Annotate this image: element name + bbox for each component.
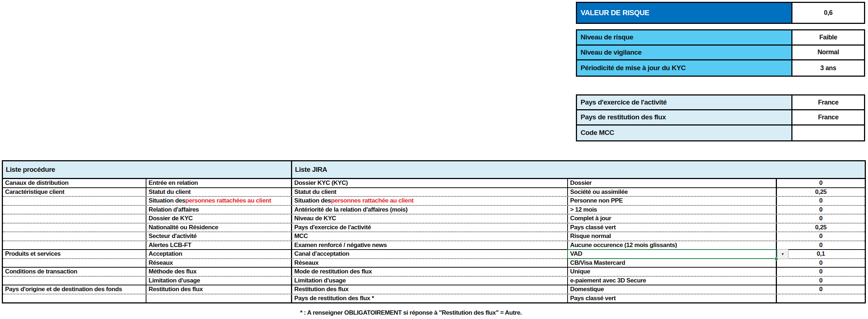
category-cell[interactable]: Pays d'origine et de destination des fon… (3, 285, 146, 294)
jira-cell[interactable]: Niveau de KYC (292, 214, 568, 223)
category-cell[interactable]: Caractéristique client (3, 188, 146, 196)
score-cell[interactable] (777, 294, 865, 303)
procedure-cell[interactable]: Alertes LCB-FT (146, 241, 292, 250)
risk-value-cell[interactable]: 0,6 (792, 3, 864, 23)
jira-cell-text: Niveau de KYC (294, 215, 336, 222)
risk-level-value-cell[interactable]: Faible (792, 30, 864, 46)
activity-country-label-cell[interactable]: Pays d'exercice de l'activité (577, 95, 792, 110)
procedure-cell[interactable]: Nationalité ou Résidence (146, 224, 292, 232)
procedure-cell[interactable]: Relation d'affaires (146, 206, 292, 214)
answer-cell[interactable]: e-paiement avec 3D Secure (568, 277, 777, 285)
footnote: * : A renseigner OBLIGATOIREMENT si répo… (300, 309, 522, 316)
jira-cell[interactable]: Dossier KYC (KYC) (292, 179, 568, 187)
answer-cell[interactable]: Unique (568, 268, 777, 276)
category-cell[interactable] (3, 214, 146, 223)
procedure-cell[interactable]: Entrée en relation (146, 179, 292, 187)
score-cell[interactable]: 0 (777, 206, 865, 214)
vigilance-level-value-cell[interactable]: Normal (792, 46, 864, 61)
category-cell[interactable] (3, 277, 146, 285)
risk-level-label-cell[interactable]: Niveau de risque (577, 30, 792, 46)
answer-cell[interactable]: CB/Visa Mastercard (568, 259, 777, 267)
kyc-periodicity-value-cell[interactable]: 3 ans (792, 60, 864, 76)
risk-value-label-cell[interactable]: VALEUR DE RISQUE (577, 3, 792, 23)
jira-cell[interactable]: Réseaux (292, 259, 568, 267)
answer-text: CB/Visa Mastercard (570, 259, 625, 267)
category-cell[interactable] (3, 197, 146, 205)
score-cell[interactable]: 0 (777, 241, 865, 250)
table-row: Relation d'affairesAntériorité de la rel… (3, 206, 865, 215)
score-cell[interactable]: 0 (777, 197, 865, 205)
selected-answer-cell[interactable]: VAD▼ (568, 250, 777, 258)
procedure-cell[interactable]: Dossier de KYC (146, 214, 292, 223)
procedure-cell[interactable] (146, 294, 292, 303)
score-cell[interactable]: 0 (777, 232, 865, 241)
answer-cell[interactable]: Aucune occurence (12 mois glissants) (568, 241, 777, 250)
score-cell[interactable]: 0,1 (777, 250, 865, 258)
procedure-cell[interactable]: Acceptation (146, 250, 292, 258)
score-cell[interactable]: 0,25 (777, 188, 865, 196)
category-cell[interactable] (3, 294, 146, 303)
jira-cell[interactable]: Limitation d'usage (292, 277, 568, 285)
answer-cell[interactable]: Société ou assimilée (568, 188, 777, 196)
red-text: personnes rattachée au client (331, 197, 414, 204)
procedure-cell[interactable]: Limitation d'usage (146, 277, 292, 285)
jira-cell[interactable]: Antériorité de la relation d'affaires (m… (292, 206, 568, 214)
dropdown-button[interactable]: ▼ (777, 249, 788, 259)
jira-cell-text: Dossier KYC (KYC) (294, 179, 348, 187)
answer-cell[interactable]: Dossier (568, 179, 777, 187)
score-cell[interactable]: 0 (777, 214, 865, 223)
category-cell[interactable] (3, 259, 146, 267)
procedure-cell[interactable]: Statut du client (146, 188, 292, 196)
mcc-code-value-cell[interactable] (792, 126, 864, 140)
jira-cell[interactable]: Situation des personnes rattachée au cli… (292, 197, 568, 205)
answer-cell[interactable]: Pays classé vert (568, 294, 777, 303)
score-cell[interactable]: 0,25 (777, 224, 865, 232)
category-cell[interactable]: Conditions de transaction (3, 268, 146, 276)
answer-cell[interactable]: Risque normal (568, 232, 777, 241)
answer-cell[interactable]: Complet à jour (568, 214, 777, 223)
answer-cell[interactable]: Domestique (568, 285, 777, 294)
procedure-cell[interactable]: Restitution des flux (146, 285, 292, 294)
answer-text: Unique (570, 268, 590, 275)
score-cell[interactable]: 0 (777, 285, 865, 294)
jira-cell[interactable]: Canal d'acceptation (292, 250, 568, 258)
restitution-country-label-cell[interactable]: Pays de restitution des flux (577, 110, 792, 125)
jira-cell-text: Antériorité de la relation d'affaires (m… (294, 206, 407, 213)
procedure-cell[interactable]: Situation des personnes rattachées au cl… (146, 197, 292, 205)
answer-cell[interactable]: > 12 mois (568, 206, 777, 214)
score-cell[interactable]: 0 (777, 259, 865, 267)
vigilance-level-label-cell[interactable]: Niveau de vigilance (577, 46, 792, 61)
jira-cell-text: Limitation d'usage (294, 277, 346, 284)
table-row: Alertes LCB-FTExamen renforcé / négative… (3, 241, 865, 250)
header-liste-procedure[interactable]: Liste procédure (3, 161, 292, 178)
category-cell[interactable] (3, 241, 146, 250)
category-cell[interactable] (3, 232, 146, 241)
kyc-periodicity-label-cell[interactable]: Périodicité de mise à jour du KYC (577, 60, 792, 76)
score-cell[interactable]: 0 (777, 277, 865, 285)
answer-text: Complet à jour (570, 215, 611, 222)
jira-cell[interactable]: Statut du client (292, 188, 568, 196)
jira-cell[interactable]: MCC (292, 232, 568, 241)
activity-country-value-cell[interactable]: France (792, 95, 864, 110)
answer-cell[interactable]: Pays classé vert (568, 224, 777, 232)
score-cell[interactable]: 0 (777, 268, 865, 276)
jira-cell[interactable]: Mode de restitution des flux (292, 268, 568, 276)
category-cell[interactable]: Produits et services (3, 250, 146, 258)
header-liste-jira[interactable]: Liste JIRA (292, 161, 865, 178)
procedure-cell[interactable]: Réseaux (146, 259, 292, 267)
jira-cell[interactable]: Restitution des flux (292, 285, 568, 294)
jira-cell[interactable]: Pays d'exercice de l'activité (292, 224, 568, 232)
score-cell[interactable]: 0 (777, 179, 865, 187)
jira-cell[interactable]: Examen renforcé / négative news (292, 241, 568, 250)
mcc-code-label-cell[interactable]: Code MCC (577, 126, 792, 140)
category-cell[interactable] (3, 224, 146, 232)
category-cell[interactable] (3, 206, 146, 214)
category-cell[interactable]: Canaux de distribution (3, 179, 146, 187)
procedure-cell[interactable]: Méthode des flux (146, 268, 292, 276)
procedure-cell[interactable]: Secteur d'activité (146, 232, 292, 241)
answer-cell[interactable]: Personne non PPE (568, 197, 777, 205)
jira-cell-text: Examen renforcé / négative news (294, 242, 387, 249)
table-row: Nationalité ou RésidencePays d'exercice … (3, 224, 865, 233)
jira-cell[interactable]: Pays de restitution des flux * (292, 294, 568, 303)
restitution-country-value-cell[interactable]: France (792, 110, 864, 125)
